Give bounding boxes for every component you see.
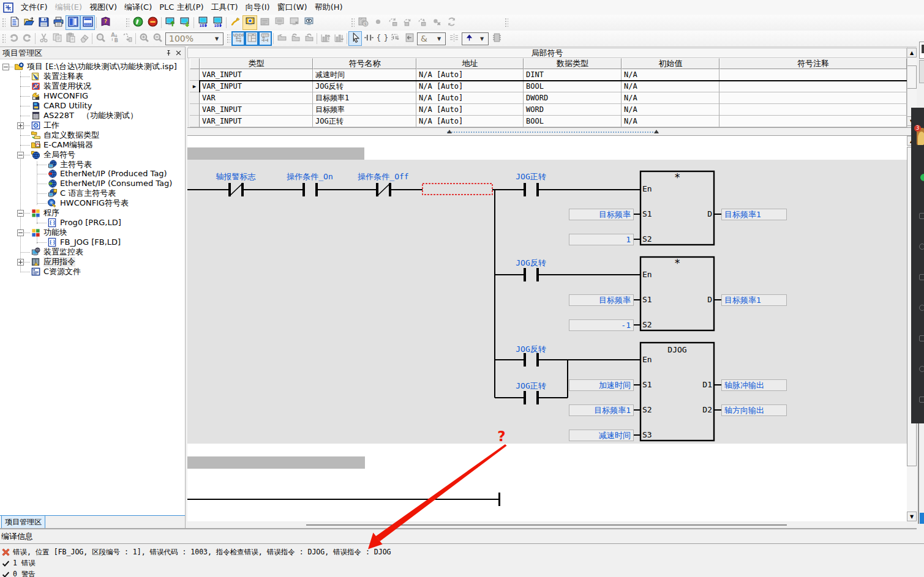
operand-input[interactable]: 减速时间 xyxy=(569,430,634,441)
column-header-3[interactable]: 数据类型 xyxy=(524,58,622,69)
tree-item-work[interactable]: 工作 xyxy=(31,121,59,130)
row-marker[interactable] xyxy=(190,116,200,127)
tree-item-hwconfig[interactable]: HWCONFIG xyxy=(31,91,88,101)
upload-from-plc-button[interactable] xyxy=(178,15,192,30)
toolbar-drag-handle[interactable] xyxy=(350,17,355,28)
symbol-cell[interactable]: 目标频率1 xyxy=(313,92,416,104)
tree-item-symtable[interactable]: 主符号表 xyxy=(47,160,92,169)
fb-title[interactable]: * xyxy=(640,173,714,182)
menu-plc[interactable]: PLC 主机(P) xyxy=(156,1,207,15)
tree-item-hwsym[interactable]: HWCONFIG符号表 xyxy=(47,198,129,208)
toolbar-drag-handle[interactable] xyxy=(125,17,129,28)
symbols-ladder-splitter[interactable] xyxy=(187,127,917,136)
replace-button[interactable] xyxy=(107,31,121,46)
sim-step-into-button[interactable] xyxy=(385,15,400,30)
menu-view[interactable]: 视图(V) xyxy=(86,1,121,15)
mail-icon[interactable] xyxy=(919,366,924,372)
groups-icon[interactable] xyxy=(919,274,924,280)
zoom-out-button[interactable] xyxy=(151,31,164,46)
force-off-button[interactable] xyxy=(287,15,301,30)
summary-row[interactable]: 1 错误 xyxy=(0,557,924,568)
toolbar-drag-handle[interactable] xyxy=(1,17,6,28)
tree-item-project[interactable]: 项目 [E:\台达\功能块测试\功能块测试.isp] xyxy=(14,62,177,72)
tree-item-csym[interactable]: C 语言主符号表 xyxy=(47,188,116,198)
operand-output[interactable]: 目标频率1 xyxy=(721,294,787,306)
operand-input[interactable]: 目标频率1 xyxy=(569,404,634,416)
symbol-cell[interactable]: VAR_INPUT xyxy=(200,81,313,92)
files-icon[interactable] xyxy=(919,335,924,341)
tree-item-prog[interactable]: Prog0 [PRG,LD] xyxy=(47,218,121,228)
ladder-editor[interactable]: 目标频率1目标频率-1加速时间目标频率1减速时间目标频率1目标频率1轴脉冲输出轴… xyxy=(187,136,907,521)
view-bottom-panel-button[interactable] xyxy=(80,15,95,30)
undo-button[interactable] xyxy=(7,31,20,46)
symbol-cell[interactable]: N/A xyxy=(622,69,719,81)
symbols-scroll-up-icon[interactable]: ▲ xyxy=(907,48,917,58)
symbol-cell[interactable]: N/A [Auto] xyxy=(416,81,524,92)
chevron-down-icon[interactable]: ▼ xyxy=(215,36,220,42)
network-up-button[interactable] xyxy=(318,31,332,46)
row-marker[interactable]: ▶ xyxy=(190,81,200,92)
view-left-panel-button[interactable] xyxy=(66,15,80,30)
settings-icon[interactable] xyxy=(919,396,924,403)
ladder-hscroll-thumb[interactable] xyxy=(306,524,787,526)
column-header-5[interactable]: 符号注释 xyxy=(719,58,907,69)
collapse-icon[interactable] xyxy=(17,152,24,158)
symbol-cell[interactable]: N/A xyxy=(622,81,719,92)
breakpoint-button[interactable] xyxy=(429,15,444,30)
set-value-button[interactable] xyxy=(257,15,272,30)
menu-window[interactable]: 窗口(W) xyxy=(274,1,311,15)
sim-step-over-button[interactable] xyxy=(400,15,415,30)
collapse-icon[interactable] xyxy=(2,64,9,70)
tree-item-cres[interactable]: C资源文件 xyxy=(31,267,81,277)
symbol-cell[interactable] xyxy=(719,69,907,81)
direction-combo[interactable]: ▼ xyxy=(462,32,489,45)
insert-block-button[interactable] xyxy=(402,31,416,46)
symbol-cell[interactable]: JOG正转 xyxy=(313,116,416,127)
print-button[interactable] xyxy=(51,15,66,30)
tree-item-montable[interactable]: 装置监控表 xyxy=(31,247,83,257)
symbol-cell[interactable] xyxy=(719,104,907,116)
pin-icon[interactable] xyxy=(163,48,173,58)
menu-edit[interactable]: 编辑(E) xyxy=(51,1,86,15)
select-mode-button[interactable] xyxy=(348,31,362,46)
collapse-icon[interactable] xyxy=(17,210,24,217)
ladder-hscrollbar[interactable] xyxy=(187,521,907,528)
expand-icon[interactable] xyxy=(17,122,24,129)
column-header-4[interactable]: 初始值 xyxy=(622,58,719,69)
insert-coil-button[interactable] xyxy=(375,31,389,46)
menu-compile[interactable]: 编译(C) xyxy=(121,1,156,15)
sim-step-out-button[interactable] xyxy=(415,15,429,30)
summary-row[interactable]: 0 警告 xyxy=(0,568,924,577)
help-button[interactable] xyxy=(98,15,113,30)
symbol-cell[interactable]: N/A [Auto] xyxy=(416,69,524,81)
expand-icon[interactable] xyxy=(17,259,24,266)
symbol-cell[interactable]: DWORD xyxy=(524,92,622,104)
symbol-cell[interactable]: BOOL xyxy=(524,81,622,92)
show-table-button[interactable] xyxy=(245,31,258,46)
symbol-cell[interactable]: VAR_INPUT xyxy=(200,69,313,81)
copy-button[interactable] xyxy=(50,31,64,46)
error-message-row[interactable]: 错误, 位置 [FB_JOG, 区段编号 : 1], 错误代码 : 1003, … xyxy=(0,546,924,557)
symbol-cell[interactable]: N/A xyxy=(622,92,719,104)
menu-tools[interactable]: 工具(T) xyxy=(208,1,242,15)
tree-item-appinstr[interactable]: 应用指令 xyxy=(31,257,75,267)
monitor-table-button[interactable] xyxy=(242,15,257,30)
sim-reset-button[interactable] xyxy=(444,15,459,30)
operand-output[interactable]: 轴方向输出 xyxy=(721,404,787,416)
contact-label[interactable]: 操作条件_Off xyxy=(334,173,432,181)
collapse-icon[interactable] xyxy=(17,229,24,236)
contacts-icon[interactable] xyxy=(919,244,924,250)
chat-icon[interactable] xyxy=(919,213,924,219)
tree-item-comment[interactable]: 装置注释表 xyxy=(31,72,83,81)
tree-item-eipprod[interactable]: EtherNet/IP (Produced Tag) xyxy=(47,169,167,179)
row-marker[interactable] xyxy=(190,104,200,116)
online-monitor-button[interactable] xyxy=(195,15,210,30)
goto-button[interactable] xyxy=(121,31,134,46)
symbol-cell[interactable]: N/A [Auto] xyxy=(416,104,524,116)
symbol-cell[interactable]: VAR_INPUT xyxy=(200,104,313,116)
prev-bookmark-button[interactable] xyxy=(288,31,302,46)
device-monitor-button[interactable] xyxy=(210,15,225,30)
symbol-cell[interactable]: VAR_INPUT xyxy=(200,116,313,127)
moments-icon[interactable] xyxy=(919,305,924,311)
bookmark-button[interactable] xyxy=(275,31,288,46)
